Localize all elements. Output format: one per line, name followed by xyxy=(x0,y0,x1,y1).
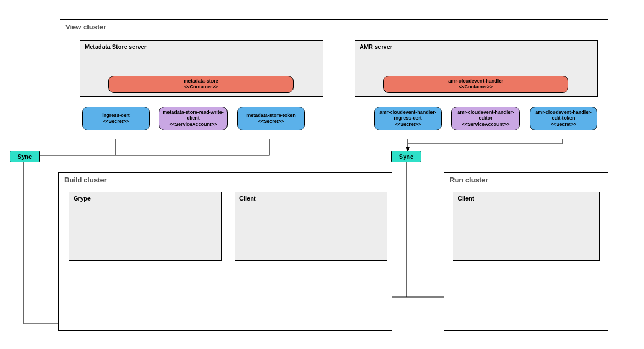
metadata-store-rw-client: metadata-store-read-write-client <<Servi… xyxy=(159,107,228,130)
grype-box-label: Grype xyxy=(74,195,91,202)
build-client-label: Client xyxy=(239,195,256,202)
metadata-store-container: metadata-store <<Container>> xyxy=(108,76,294,93)
amr-server-label: AMR server xyxy=(360,43,392,50)
build-cluster: Build cluster Grype Scan Controller meta… xyxy=(58,172,392,331)
metadata-store-token: metadata-store-token <<Secret>> xyxy=(237,107,305,130)
run-cluster: Run cluster Client amr-observer amr-clou… xyxy=(444,172,608,331)
grype-box: Grype xyxy=(69,192,222,261)
amr-handler-edit-token: amr-cloudevent-handler-edit-token <<Secr… xyxy=(530,107,597,130)
run-client-box: Client xyxy=(453,192,600,261)
run-client-label: Client xyxy=(458,195,474,202)
ingress-cert-secret: ingress-cert <<Secret>> xyxy=(82,107,150,130)
metadata-store-server-label: Metadata Store server xyxy=(85,43,147,50)
diagram-canvas: View cluster Metadata Store server metad… xyxy=(0,0,644,349)
amr-handler-editor: amr-cloudevent-handler-editor <<ServiceA… xyxy=(451,107,520,130)
build-cluster-label: Build cluster xyxy=(64,176,107,184)
amr-handler-ingress-cert: amr-cloudevent-handler-ingress-cert <<Se… xyxy=(374,107,442,130)
run-cluster-label: Run cluster xyxy=(450,176,488,184)
amr-handler-container: amr-cloudevent-handler <<Container>> xyxy=(383,76,568,93)
sync-left: Sync xyxy=(10,151,40,162)
view-cluster-label: View cluster xyxy=(65,23,106,31)
build-client-box: Client xyxy=(235,192,387,261)
sync-center: Sync xyxy=(391,151,421,162)
view-cluster: View cluster Metadata Store server metad… xyxy=(60,19,608,139)
